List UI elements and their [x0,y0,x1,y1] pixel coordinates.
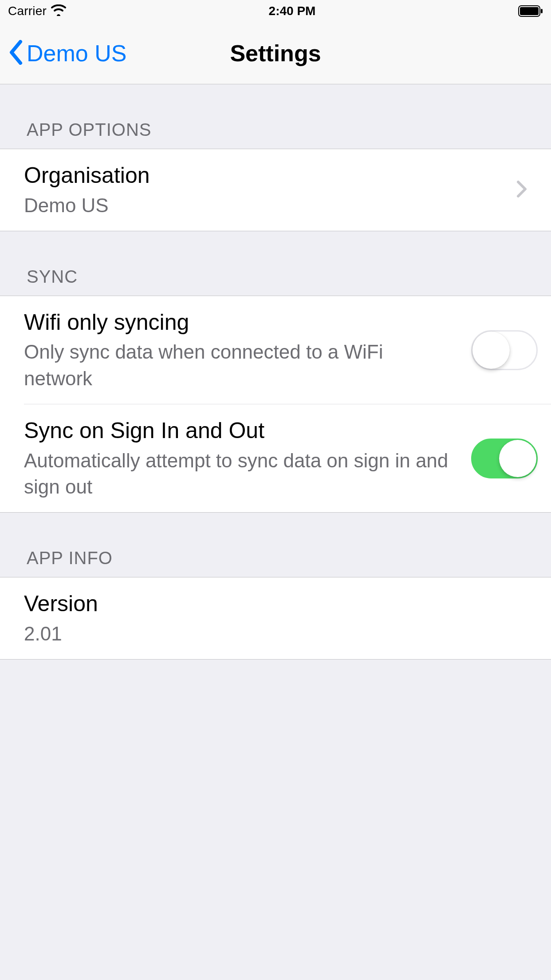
cell-wifi-only: Wifi only syncing Only sync data when co… [0,296,551,404]
wifi-only-title: Wifi only syncing [24,308,462,336]
status-bar: Carrier 2:40 PM [0,0,551,22]
sync-signinout-title: Sync on Sign In and Out [24,417,462,445]
back-button[interactable]: Demo US [0,40,126,67]
sync-signinout-toggle[interactable] [471,439,538,478]
chevron-left-icon [8,40,23,67]
toggle-knob [472,332,510,369]
cell-group-sync: Wifi only syncing Only sync data when co… [0,296,551,513]
organisation-value: Demo US [24,192,508,218]
cell-version: Version 2.01 [0,577,551,659]
nav-bar: Demo US Settings [0,22,551,84]
wifi-icon [51,4,66,18]
page-title: Settings [230,40,321,67]
wifi-only-toggle[interactable] [471,330,538,370]
sync-signinout-subtitle: Automatically attempt to sync data on si… [24,447,462,500]
svg-rect-1 [520,7,539,15]
cell-group-app-options: Organisation Demo US [0,149,551,231]
chevron-right-icon [516,180,527,200]
cell-text: Wifi only syncing Only sync data when co… [24,308,462,391]
cell-group-app-info: Version 2.01 [0,577,551,660]
back-label: Demo US [27,40,126,67]
carrier-label: Carrier [8,4,47,18]
svg-rect-2 [541,9,543,13]
status-time: 2:40 PM [269,4,316,18]
version-value: 2.01 [24,620,527,647]
organisation-title: Organisation [24,162,508,190]
cell-text: Organisation Demo US [24,162,508,218]
cell-text: Sync on Sign In and Out Automatically at… [24,417,462,500]
section-header-app-info: APP INFO [0,513,551,577]
status-left: Carrier [8,4,66,18]
cell-text: Version 2.01 [24,590,527,647]
wifi-only-subtitle: Only sync data when connected to a WiFi … [24,339,432,391]
battery-icon [518,5,543,17]
cell-sync-sign-in-out: Sync on Sign In and Out Automatically at… [0,404,551,512]
section-header-sync: SYNC [0,231,551,296]
toggle-knob [499,440,536,477]
version-title: Version [24,590,527,618]
cell-organisation[interactable]: Organisation Demo US [0,149,551,231]
section-header-app-options: APP OPTIONS [0,84,551,149]
